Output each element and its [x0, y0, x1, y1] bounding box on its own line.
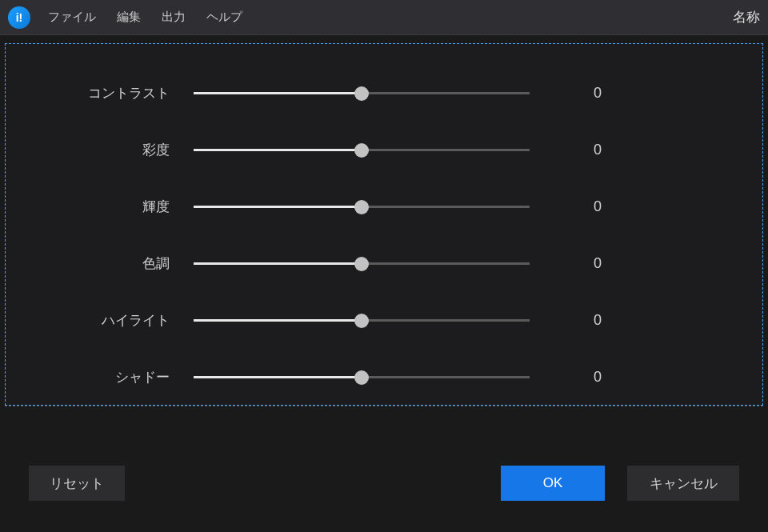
- reset-button[interactable]: リセット: [29, 466, 125, 501]
- slider-value-hue: 0: [554, 255, 642, 272]
- slider-thumb[interactable]: [354, 86, 369, 101]
- menu-edit[interactable]: 編集: [114, 6, 144, 28]
- slider-label-saturation: 彩度: [30, 141, 170, 159]
- slider-thumb[interactable]: [354, 257, 369, 271]
- window-title: 名称: [733, 8, 760, 26]
- app-logo-icon: i!: [8, 6, 30, 29]
- slider-label-hue: 色調: [30, 254, 170, 273]
- slider-value-highlight: 0: [554, 312, 642, 329]
- slider-highlight[interactable]: [194, 313, 530, 329]
- slider-value-contrast: 0: [554, 85, 642, 102]
- slider-label-contrast: コントラスト: [30, 84, 170, 102]
- divider: [5, 406, 763, 406]
- sliders-container: コントラスト 0 彩度 0 輝度: [6, 44, 762, 402]
- ok-button[interactable]: OK: [501, 466, 605, 501]
- slider-thumb[interactable]: [354, 200, 369, 214]
- button-bar: リセット OK キャンセル: [0, 444, 768, 532]
- slider-saturation[interactable]: [194, 142, 530, 158]
- slider-value-shadow: 0: [554, 369, 642, 386]
- slider-value-saturation: 0: [554, 142, 642, 158]
- slider-row-brightness: 輝度 0: [30, 198, 738, 216]
- slider-thumb[interactable]: [354, 143, 369, 158]
- slider-label-brightness: 輝度: [30, 198, 170, 216]
- adjustment-panel: コントラスト 0 彩度 0 輝度: [5, 43, 763, 406]
- cancel-button[interactable]: キャンセル: [627, 466, 739, 501]
- slider-row-shadow: シャドー 0: [30, 368, 738, 386]
- main-area: コントラスト 0 彩度 0 輝度: [0, 35, 768, 532]
- slider-row-saturation: 彩度 0: [30, 141, 738, 159]
- menu-help[interactable]: ヘルプ: [203, 6, 246, 28]
- slider-thumb[interactable]: [354, 370, 369, 385]
- slider-shadow[interactable]: [194, 370, 530, 386]
- slider-contrast[interactable]: [194, 86, 530, 102]
- slider-hue[interactable]: [194, 256, 530, 272]
- menubar: i! ファイル 編集 出力 ヘルプ 名称: [0, 0, 768, 35]
- menu-output[interactable]: 出力: [158, 6, 189, 28]
- slider-row-hue: 色調 0: [30, 254, 738, 273]
- slider-value-brightness: 0: [554, 198, 642, 215]
- slider-row-contrast: コントラスト 0: [30, 84, 738, 102]
- slider-brightness[interactable]: [194, 199, 530, 215]
- slider-row-highlight: ハイライト 0: [30, 311, 738, 330]
- slider-label-shadow: シャドー: [30, 368, 170, 386]
- menu-file[interactable]: ファイル: [45, 6, 99, 28]
- slider-label-highlight: ハイライト: [30, 311, 170, 330]
- slider-thumb[interactable]: [354, 314, 369, 328]
